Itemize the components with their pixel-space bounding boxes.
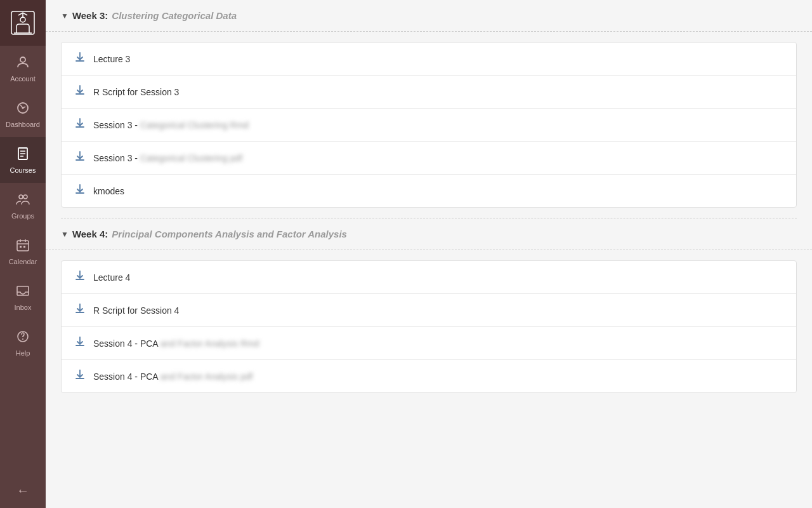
sidebar-logo [0, 0, 46, 46]
file-item-kmodes[interactable]: kmodes [62, 175, 796, 207]
groups-icon [15, 192, 30, 210]
file-item-session4a[interactable]: Session 4 - PCA and Factor Analysis Rmd [62, 327, 796, 360]
file-name-session4b: Session 4 - PCA and Factor Analysis pdf [93, 371, 252, 382]
sidebar-item-dashboard[interactable]: Dashboard [0, 91, 46, 137]
sidebar-item-courses[interactable]: Courses [0, 137, 46, 183]
week4-title: Principal Components Analysis and Factor… [112, 229, 347, 239]
week3-collapse-icon[interactable]: ▼ [61, 11, 69, 20]
sidebar-item-account-label: Account [10, 75, 36, 83]
svg-rect-17 [23, 246, 25, 248]
file-name-rscript4: R Script for Session 4 [93, 305, 179, 316]
account-icon [15, 55, 30, 72]
file-name-session4a: Session 4 - PCA and Factor Analysis Rmd [93, 338, 259, 349]
week3-header: ▼ Week 3: Clustering Categorical Data [46, 0, 812, 32]
file-name-lecture3: Lecture 3 [93, 54, 130, 64]
svg-point-3 [20, 57, 25, 62]
week3-title: Clustering Categorical Data [112, 10, 237, 21]
svg-point-5 [22, 107, 24, 109]
svg-rect-12 [17, 241, 29, 251]
week4-section: ▼ Week 4: Principal Components Analysis … [46, 218, 812, 393]
main-content: ▼ Week 3: Clustering Categorical Data [46, 0, 812, 508]
back-icon: ← [16, 483, 29, 498]
sidebar-item-groups[interactable]: Groups [0, 183, 46, 229]
svg-point-1 [20, 17, 25, 22]
file-name-session3b: Session 3 - Categorical Clustering pdf [93, 153, 242, 163]
sidebar-item-groups-label: Groups [11, 212, 34, 220]
sidebar: Account Dashboard Courses [0, 0, 46, 508]
svg-point-11 [23, 195, 27, 199]
file-item-lecture3[interactable]: Lecture 3 [62, 43, 796, 76]
file-item-session3a[interactable]: Session 3 - Categorical Clustering Rmd [62, 109, 796, 142]
dashboard-icon [15, 100, 30, 118]
svg-rect-16 [20, 246, 22, 248]
week4-files: Lecture 4 R Script for Session 4 [61, 260, 797, 393]
inbox-icon [15, 283, 30, 301]
week4-collapse-icon[interactable]: ▼ [61, 230, 69, 239]
file-item-lecture4[interactable]: Lecture 4 [62, 261, 796, 294]
week4-label: Week 4: [72, 229, 108, 239]
week3-label: Week 3: [72, 10, 108, 21]
download-icon-rscript4 [74, 303, 86, 318]
svg-point-10 [19, 195, 23, 199]
file-name-lecture4: Lecture 4 [93, 272, 130, 283]
svg-point-20 [22, 338, 23, 340]
download-icon-lecture3 [74, 51, 86, 66]
week3-files: Lecture 3 R Script fo [61, 42, 797, 208]
download-icon-session4b [74, 369, 86, 384]
sidebar-item-help[interactable]: Help [0, 320, 46, 366]
download-icon-session3b [74, 150, 86, 165]
sidebar-item-inbox[interactable]: Inbox [0, 274, 46, 320]
download-icon-rscript3 [74, 84, 86, 99]
help-icon [15, 329, 30, 347]
file-item-session4b[interactable]: Session 4 - PCA and Factor Analysis pdf [62, 360, 796, 392]
content-area: ▼ Week 3: Clustering Categorical Data [46, 0, 812, 429]
week3-section: ▼ Week 3: Clustering Categorical Data [46, 0, 812, 208]
file-item-rscript3[interactable]: R Script for Session 3 [62, 76, 796, 109]
file-name-rscript3: R Script for Session 3 [93, 87, 179, 97]
sidebar-item-calendar[interactable]: Calendar [0, 229, 46, 274]
download-icon-lecture4 [74, 270, 86, 284]
week4-header: ▼ Week 4: Principal Components Analysis … [46, 218, 812, 250]
sidebar-item-dashboard-label: Dashboard [6, 121, 40, 128]
download-icon-session3a [74, 117, 86, 132]
sidebar-item-courses-label: Courses [10, 166, 36, 174]
calendar-icon [15, 237, 30, 255]
file-name-session3a: Session 3 - Categorical Clustering Rmd [93, 120, 249, 130]
download-icon-kmodes [74, 184, 86, 198]
sidebar-item-calendar-label: Calendar [9, 258, 37, 265]
sidebar-item-inbox-label: Inbox [15, 304, 32, 311]
sidebar-item-help-label: Help [16, 349, 30, 357]
download-icon-session4a [74, 336, 86, 351]
sidebar-item-account[interactable]: Account [0, 46, 46, 91]
file-item-rscript4[interactable]: R Script for Session 4 [62, 294, 796, 327]
file-item-session3b[interactable]: Session 3 - Categorical Clustering pdf [62, 142, 796, 175]
file-name-kmodes: kmodes [93, 186, 124, 196]
courses-icon [15, 146, 30, 164]
sidebar-back-button[interactable]: ← [0, 472, 46, 508]
